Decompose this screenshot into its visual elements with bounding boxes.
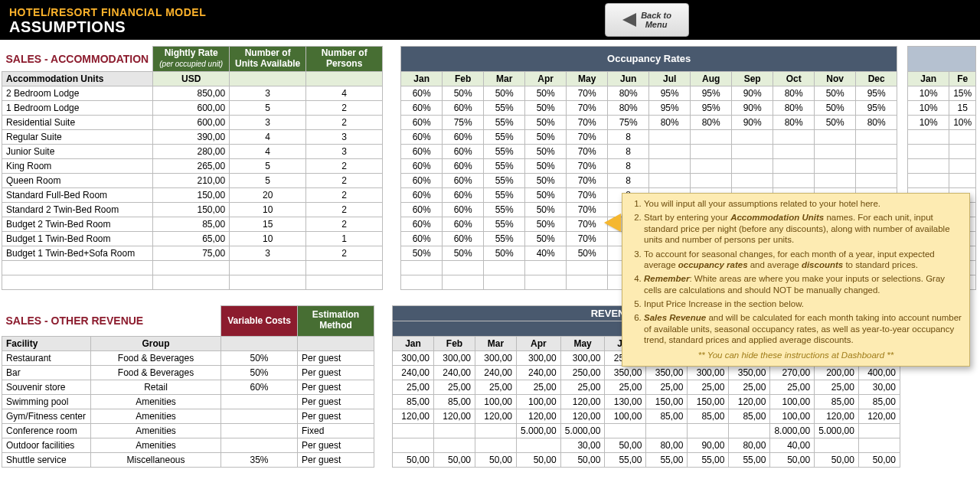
table-row[interactable]: Gym/Fitness centerAmenitiesPer guest120,… [2,409,900,423]
section1-label: SALES - ACCOMMODATION [2,47,153,72]
page-title: ASSUMPTIONS [9,18,126,36]
table-row[interactable]: Swimming poolAmenitiesPer guest85,0085,0… [2,394,900,409]
table-row[interactable]: Souvenir storeRetail60%Per guest25,0025,… [2,380,900,394]
callout-arrow-icon [604,214,621,232]
back-to-menu-button[interactable]: Back to Menu [605,3,689,37]
instructions-callout: You will input all your assumptions rela… [622,193,970,367]
table-row[interactable]: Queen Room210,005260%60%55%50%70%8 [2,173,976,187]
arrow-left-icon [622,13,636,27]
table-row[interactable]: Shuttle serviceMiscellaneous35%Per guest… [2,452,900,467]
section2-label: SALES - OTHER REVENUE [2,305,221,336]
table-row[interactable]: 2 Bedroom Lodge850,003460%50%50%50%70%80… [2,86,976,100]
title-bar: HOTEL/RESORT FINANCIAL MODEL ASSUMPTIONS… [0,0,980,40]
table-row[interactable]: King Room265,005260%60%55%50%70%8 [2,158,976,173]
table-row[interactable]: 1 Bedroom Lodge600,005260%60%55%50%70%80… [2,100,976,115]
table-row[interactable]: Regular Suite390,004360%60%55%50%70%8 [2,129,976,144]
table-row[interactable]: BarFood & Beverages50%Per guest240,00240… [2,365,900,380]
table-row[interactable]: Outdoor facilitiesAmenitiesPer guest30,0… [2,438,900,452]
occupancy-header: Occupancy Rates [401,47,897,72]
table-row[interactable]: Conference roomAmenitiesFixed5.000,005.0… [2,423,900,438]
table-row[interactable]: Residential Suite600,003260%75%55%50%70%… [2,115,976,129]
table-row[interactable]: Junior Suite280,004360%60%55%50%70%8 [2,144,976,158]
app-title: HOTEL/RESORT FINANCIAL MODEL [9,6,206,18]
